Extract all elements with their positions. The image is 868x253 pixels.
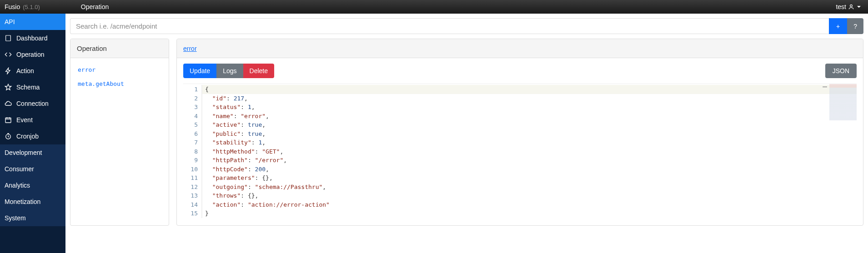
operation-detail-panel: error Update Logs Delete JSON − 12345678… <box>176 39 863 226</box>
user-menu[interactable]: test <box>833 3 863 10</box>
operation-list-item[interactable]: meta.getAbout <box>77 77 162 91</box>
chevron-down-icon <box>857 6 861 8</box>
help-button[interactable]: ? <box>847 18 863 34</box>
sidebar-item-schema[interactable]: Schema <box>0 79 65 95</box>
sidebar-item-label: Event <box>16 116 33 124</box>
sidebar-item-monetization[interactable]: Monetization <box>0 193 65 210</box>
sidebar-item-connection[interactable]: Connection <box>0 95 65 112</box>
operation-list: errormeta.getAbout <box>70 58 169 95</box>
sidebar-item-label: Operation <box>16 51 44 58</box>
operation-detail-title[interactable]: error <box>183 45 197 52</box>
sidebar-item-label: Analytics <box>5 182 30 189</box>
sidebar-item-action[interactable]: Action <box>0 63 65 79</box>
star-icon <box>5 84 12 91</box>
sidebar-item-operation[interactable]: Operation <box>0 46 65 63</box>
editor-code[interactable]: { "id": 217, "status": 1, "name": "error… <box>201 84 857 219</box>
json-editor[interactable]: − 123456789101112131415 { "id": 217, "st… <box>183 84 857 219</box>
sidebar-item-label: Monetization <box>5 198 40 205</box>
search-input[interactable] <box>70 18 829 34</box>
sidebar-item-label: Cronjob <box>16 133 39 140</box>
brand-name: Fusio <box>5 3 20 10</box>
svg-point-0 <box>850 5 853 7</box>
sidebar-item-label: Dashboard <box>16 35 48 42</box>
sidebar-item-label: System <box>5 214 26 222</box>
topbar: Fusio (5.1.0) Operation test <box>0 0 868 14</box>
sidebar-item-development[interactable]: Development <box>0 144 65 161</box>
sidebar-item-event[interactable]: Event <box>0 112 65 128</box>
user-icon <box>848 4 854 10</box>
sidebar-item-label: API <box>5 18 15 25</box>
svg-rect-2 <box>5 118 11 123</box>
calendar-icon <box>5 116 12 124</box>
operation-list-item[interactable]: error <box>77 63 162 77</box>
delete-button[interactable]: Delete <box>243 64 274 78</box>
sidebar-item-label: Consumer <box>5 165 34 173</box>
brand-link[interactable]: Fusio (5.1.0) <box>5 3 40 10</box>
fold-icon[interactable]: − <box>822 82 828 91</box>
sidebar-item-label: Connection <box>16 100 49 107</box>
sidebar-item-api[interactable]: API <box>0 14 65 30</box>
cloud-icon <box>5 100 12 107</box>
add-button[interactable]: + <box>829 18 847 34</box>
json-button[interactable]: JSON <box>825 64 857 78</box>
sidebar-item-system[interactable]: System <box>0 210 65 226</box>
editor-minimap[interactable] <box>829 84 857 120</box>
update-button[interactable]: Update <box>183 64 216 78</box>
svg-rect-1 <box>6 35 11 41</box>
sidebar-item-label: Schema <box>16 84 40 91</box>
brand-version: (5.1.0) <box>23 4 40 10</box>
clock-icon <box>5 133 12 140</box>
operation-list-panel: Operation errormeta.getAbout <box>70 39 169 226</box>
operation-list-title: Operation <box>70 39 169 58</box>
main-content: + ? Operation errormeta.getAbout error U… <box>65 14 868 253</box>
page-title: Operation <box>81 3 109 10</box>
dashboard-icon <box>5 35 12 42</box>
logs-button[interactable]: Logs <box>216 64 243 78</box>
code-icon <box>5 51 12 58</box>
sidebar: APIDashboardOperationActionSchemaConnect… <box>0 14 65 253</box>
sidebar-item-label: Development <box>5 149 42 156</box>
editor-gutter: 123456789101112131415 <box>183 84 201 219</box>
user-name: test <box>836 3 846 10</box>
sidebar-item-analytics[interactable]: Analytics <box>0 177 65 193</box>
sidebar-item-label: Action <box>16 67 34 74</box>
sidebar-item-dashboard[interactable]: Dashboard <box>0 30 65 46</box>
sidebar-item-consumer[interactable]: Consumer <box>0 161 65 177</box>
bolt-icon <box>5 67 12 74</box>
sidebar-item-cronjob[interactable]: Cronjob <box>0 128 65 144</box>
